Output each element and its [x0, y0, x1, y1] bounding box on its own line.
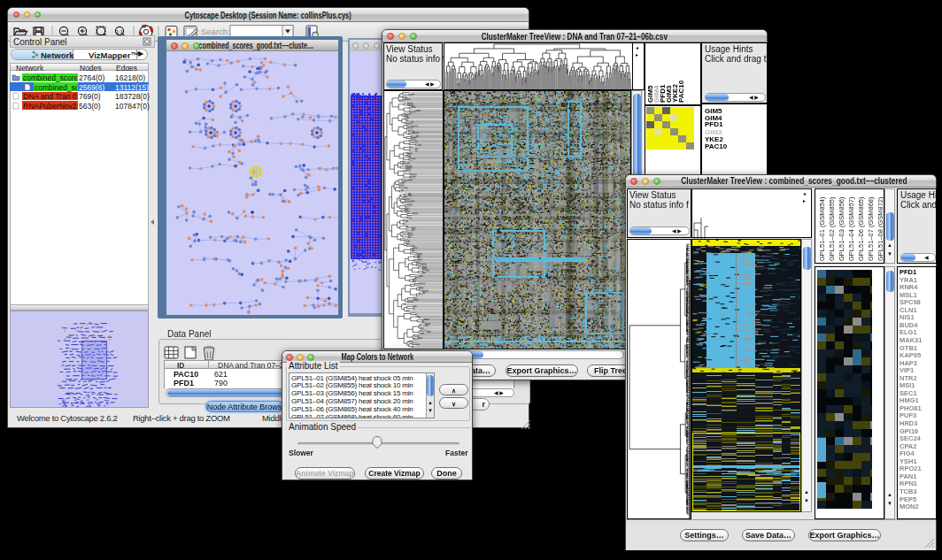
svg-text:1:1: 1:1 [116, 29, 124, 35]
svg-text:Search:: Search: [201, 27, 230, 36]
